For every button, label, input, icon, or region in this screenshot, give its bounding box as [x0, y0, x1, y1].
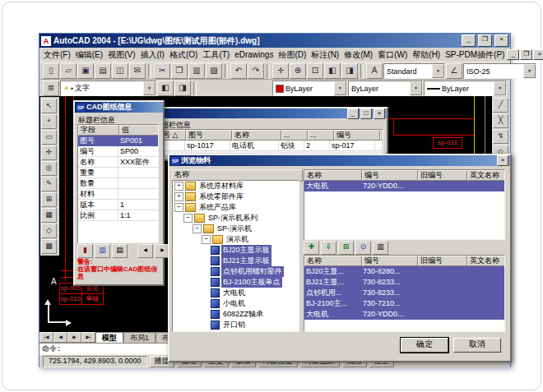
line-icon[interactable]: ╱ [493, 98, 508, 113]
column-header-material[interactable]: ... [281, 130, 308, 141]
mdi-restore-button[interactable]: ❐ [520, 49, 532, 60]
linetype-combo[interactable]: ByLayer ▼ [348, 81, 423, 96]
tree-collapse-icon[interactable]: − [202, 235, 211, 244]
tree-item-product-library[interactable]: − 系统产品库 [173, 202, 299, 213]
save-icon[interactable]: ▣ [77, 63, 94, 79]
tree-item-part[interactable]: 大电机 [173, 288, 299, 298]
table-row[interactable]: BJ-2100主... 730-7210... [304, 298, 504, 309]
column-header-name[interactable]: 名称 [304, 170, 362, 181]
preview-icon[interactable]: ◫ [112, 63, 128, 79]
last-tab-icon[interactable]: ▶| [81, 332, 95, 343]
restore-button[interactable]: ❐ [478, 35, 492, 47]
column-header-qty[interactable]: ... [308, 130, 334, 141]
construction-line-icon[interactable]: ╳ [493, 113, 508, 128]
column-header-old-code[interactable]: 旧编号 [418, 170, 467, 181]
designcenter-icon[interactable]: ◨ [341, 63, 358, 79]
layer-control-icon[interactable]: ◧ [157, 81, 174, 96]
tree-item-part[interactable]: BJ20主显示板 [173, 245, 299, 256]
move-icon[interactable]: ✛ [41, 145, 57, 160]
menu-draw[interactable]: 绘图(D) [276, 48, 309, 62]
open-icon[interactable]: ▱ [60, 63, 77, 79]
text-style-combo[interactable]: Standard ▼ [383, 63, 445, 79]
minimize-button[interactable]: _ [462, 35, 476, 47]
redo-icon[interactable]: ↷ [248, 63, 264, 79]
copy-icon[interactable]: ❐ [171, 63, 188, 79]
chevron-down-icon[interactable]: ▼ [523, 64, 536, 78]
tree-item-demo-machine-sp[interactable]: − SP-演示机 [173, 224, 299, 234]
cancel-button[interactable]: 取消 [453, 338, 501, 353]
chevron-down-icon[interactable]: ▼ [410, 81, 422, 95]
table-row[interactable]: 材料 [78, 189, 158, 200]
add-icon[interactable]: ✚ [304, 241, 319, 255]
tree-collapse-icon[interactable]: − [183, 214, 193, 223]
menu-tools[interactable]: 工具(T) [200, 48, 232, 62]
tree-collapse-icon[interactable]: − [174, 203, 183, 212]
column-header-english-name[interactable]: 英文名称 [467, 170, 505, 181]
tree-item-part[interactable]: 6082ZZ轴承 [173, 309, 299, 320]
table-row[interactable]: 版本 1 [78, 200, 158, 210]
tree-expand-icon[interactable]: + [174, 192, 183, 201]
chevron-down-icon[interactable]: ▼ [143, 81, 155, 95]
tree-item-part[interactable]: BJ-2100主板单点 [173, 277, 299, 288]
hatch-tool-icon[interactable]: ▩ [41, 239, 57, 254]
printer-icon[interactable]: ▤ [112, 244, 128, 258]
text-style-icon[interactable]: A [366, 63, 383, 79]
menu-modify[interactable]: 修改(M) [341, 48, 375, 62]
grid-icon[interactable]: ▦ [41, 208, 57, 223]
color-combo[interactable]: ByLayer ▼ [272, 81, 347, 96]
maximize-button[interactable]: □ [360, 108, 372, 119]
table-row[interactable]: 图号 SP001 [78, 136, 158, 146]
crosshair-icon[interactable]: + [41, 114, 57, 129]
menu-window[interactable]: 窗口(W) [375, 48, 410, 62]
first-tab-icon[interactable]: |◀ [39, 332, 53, 343]
pointer-icon[interactable]: ↖ [41, 99, 57, 113]
match-properties-icon[interactable]: ▨ [206, 63, 222, 79]
column-header-code[interactable]: 编号 [362, 256, 418, 266]
book-icon[interactable]: ▮ [77, 244, 93, 258]
tree-item-demo-machine[interactable]: − 演示机 [173, 234, 299, 245]
menu-edrawings[interactable]: eDrawings [232, 49, 276, 60]
tree-collapse-icon[interactable]: − [193, 224, 202, 233]
circle-tool-icon[interactable]: ◎ [41, 161, 57, 176]
close-button[interactable]: × [374, 108, 385, 119]
mdi-close-button[interactable]: × [533, 49, 543, 60]
table-row[interactable]: 点钞机用... 730-8233... [304, 288, 504, 298]
cut-icon[interactable]: ✂ [154, 63, 170, 79]
properties-icon[interactable]: ◧ [324, 63, 341, 79]
prev-tab-icon[interactable]: ◀ [53, 332, 67, 343]
table-row[interactable]: 数量 [78, 178, 158, 189]
menu-format[interactable]: 格式(O) [167, 48, 200, 62]
column-header-drawing-no[interactable]: 图号 [186, 130, 232, 141]
table-row[interactable]: 1 sp-1017 电话机 铝块 2 sp-017 [153, 141, 383, 151]
publish-icon[interactable]: ✉ [129, 63, 146, 79]
layers-icon[interactable]: ≣ [43, 81, 59, 96]
insert-down-icon[interactable]: ⇩ [321, 241, 336, 255]
minimize-button[interactable]: _ [347, 108, 359, 119]
menu-view[interactable]: 视图(V) [105, 48, 137, 62]
zoom-icon[interactable]: ⊕ [290, 63, 306, 79]
pencil-icon[interactable]: ✎ [41, 177, 57, 191]
search-icon[interactable]: ⊙ [355, 241, 371, 255]
tree-item-parts-library[interactable]: + 系统零部件库 [173, 191, 299, 202]
table-row[interactable]: 大电机 720-YDD0... [304, 309, 504, 320]
tree-item-part[interactable]: BJ21主显示板 [173, 256, 299, 266]
column-header-old-code[interactable]: 旧编号 [418, 256, 467, 266]
tab-layout1[interactable]: 布局1 [123, 332, 155, 343]
print-icon[interactable]: ▤ [95, 63, 111, 79]
undo-icon[interactable]: ↶ [230, 63, 247, 79]
pan-icon[interactable]: ✛ [272, 63, 289, 79]
column-header-field[interactable]: 字段 [78, 125, 119, 136]
table-row[interactable]: 名称 XXX部件 [78, 157, 158, 168]
menu-insert[interactable]: 插入(I) [137, 48, 166, 62]
open-box-icon[interactable]: ⊞ [338, 241, 354, 255]
tree-item-part[interactable]: 开口销 [173, 320, 299, 330]
layer-combo[interactable]: ☀ ▪ 文字 ▼ [60, 81, 156, 96]
new-icon[interactable]: ▯ [43, 63, 59, 79]
columns-icon[interactable]: ▥ [95, 244, 110, 258]
table-row[interactable]: 比例 1:1 [78, 210, 158, 221]
tree-item-part[interactable]: 小电机 [173, 298, 299, 309]
zoom-window-icon[interactable]: ⊡ [307, 63, 323, 79]
mdi-minimize-button[interactable]: _ [507, 49, 519, 60]
chevron-down-icon[interactable]: ▼ [432, 64, 444, 78]
column-header-code[interactable]: 编号 [334, 130, 380, 141]
